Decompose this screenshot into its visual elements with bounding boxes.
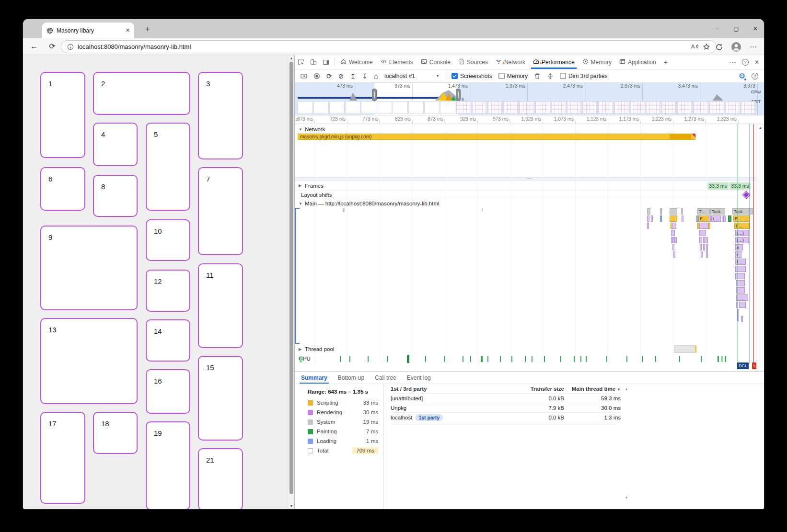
flame-bar[interactable] (700, 244, 702, 250)
masonry-card[interactable]: 7 (198, 167, 243, 255)
flame-bar[interactable] (670, 215, 677, 222)
address-bar[interactable]: localhost:8080/masonry/masonry-lib.html … (61, 40, 717, 53)
flame-bar-Task[interactable]: Task (710, 208, 725, 215)
masonry-card[interactable]: 8 (93, 175, 138, 217)
home-icon[interactable]: ⌂ (374, 73, 378, 79)
tab-close-icon[interactable]: ✕ (126, 27, 130, 34)
browser-menu-icon[interactable]: ⋯ (749, 43, 757, 51)
flame-bar-e[interactable]: e (735, 244, 743, 250)
masonry-card[interactable]: 12 (146, 270, 190, 312)
tab-event-log[interactable]: Event log (402, 372, 436, 384)
flame-bar[interactable] (703, 244, 705, 250)
scrollbar-thumb[interactable] (289, 62, 293, 494)
filmstrip-frame[interactable] (472, 101, 487, 114)
filmstrip-frame[interactable] (393, 101, 408, 114)
dim-3rd-parties-checkbox[interactable]: Dim 3rd parties (560, 73, 607, 79)
profile-select[interactable]: localhost #1 (384, 73, 430, 79)
page-scrollbar[interactable]: ▲ ▼ (288, 55, 294, 509)
party-table-row[interactable]: Unpkg7.9 kB30.0 ms (391, 403, 621, 413)
table-scroll-up-icon[interactable]: ▲ (625, 387, 628, 391)
devtools-menu-icon[interactable]: ⋯ (729, 58, 736, 67)
masonry-card[interactable]: 21 (198, 448, 243, 509)
window-close-button[interactable]: ✕ (752, 25, 759, 32)
filmstrip-frame[interactable] (630, 101, 645, 114)
masonry-card[interactable]: 14 (146, 319, 190, 362)
dock-side-icon[interactable] (320, 55, 332, 69)
scroll-up-icon[interactable]: ▲ (288, 57, 295, 60)
load-profile-icon[interactable]: ↥ (350, 73, 356, 79)
back-button[interactable]: ← (30, 42, 38, 51)
masonry-card[interactable]: 11 (198, 263, 243, 348)
masonry-card[interactable]: 10 (146, 219, 190, 261)
network-track-header[interactable]: ▼ Network (295, 125, 756, 134)
flame-bar-F[interactable]: F… (734, 223, 750, 229)
devtools-more-tools-button[interactable]: + (660, 55, 672, 69)
tab-summary[interactable]: Summary (296, 372, 333, 384)
flame-bar[interactable] (708, 223, 710, 229)
flame-bar[interactable] (672, 223, 676, 229)
tab-console[interactable]: Console (417, 55, 454, 69)
tab-application[interactable]: Application (615, 55, 660, 69)
masonry-card[interactable]: 19 (146, 421, 190, 509)
filmstrip-frame[interactable] (567, 101, 582, 114)
record-icon[interactable] (313, 73, 320, 79)
inspect-element-icon[interactable] (295, 55, 307, 69)
flame-bar[interactable] (735, 273, 745, 279)
window-minimize-button[interactable]: – (713, 25, 721, 32)
flame-bar[interactable] (703, 237, 705, 243)
flame-bar[interactable] (706, 244, 708, 258)
tab-network[interactable]: ▲Network (492, 55, 529, 69)
trash-icon[interactable] (534, 73, 541, 79)
device-emulation-icon[interactable] (307, 55, 320, 69)
main-disclosure-icon[interactable]: ▼ (299, 202, 302, 206)
filmstrip-frame[interactable] (408, 101, 424, 114)
flame-bar[interactable] (699, 230, 706, 236)
tab-sources[interactable]: Sources (454, 55, 492, 69)
timeline-overview[interactable]: 473 ms973 ms1,473 ms1,973 ms2,473 ms2,97… (295, 83, 764, 115)
party-table-row[interactable]: localhost1st party0.0 kB1.3 ms (391, 413, 621, 422)
flame-scroll-up-icon[interactable]: ▲ (757, 126, 764, 129)
filmstrip-frame[interactable] (456, 101, 471, 114)
filmstrip-frame[interactable] (503, 101, 519, 114)
flame-bar[interactable] (671, 230, 675, 236)
masonry-card[interactable]: 17 (40, 412, 85, 504)
party-table-row[interactable]: [unattributed]0.0 kB59.3 ms (391, 394, 621, 403)
record-reload-icon[interactable]: ⟳ (326, 73, 332, 79)
flame-bar[interactable] (647, 223, 649, 229)
tab-elements[interactable]: Elements (377, 55, 417, 69)
flame-scrollbar[interactable]: ▲ (756, 124, 764, 371)
url-text[interactable]: localhost:8080/masonry/masonry-lib.html (78, 43, 687, 50)
profile-dropdown-icon[interactable]: ▾ (437, 74, 439, 78)
flame-bar[interactable] (682, 215, 683, 222)
party-table-header[interactable]: 1st / 3rd party Transfer size Main threa… (391, 384, 621, 394)
network-request-bar[interactable]: masonry.pkgd.min.js (unpkg.com) (298, 134, 695, 140)
flame-bar[interactable] (647, 208, 650, 215)
masonry-card[interactable]: 5 (146, 123, 190, 211)
masonry-card[interactable]: 13 (40, 318, 138, 404)
flame-bar[interactable] (660, 208, 662, 215)
flame-bar[interactable] (706, 237, 708, 243)
tab-call-tree[interactable]: Call tree (370, 372, 402, 384)
filmstrip-frame[interactable] (329, 101, 345, 114)
tab-performance[interactable]: ▲Performance (529, 55, 579, 69)
toolbar-help-icon[interactable]: ? (752, 73, 758, 79)
filmstrip-frame[interactable] (725, 101, 740, 114)
filmstrip-frame[interactable] (313, 101, 329, 114)
profile-avatar[interactable] (731, 42, 741, 52)
flame-bar-E[interactable]: E… (733, 215, 750, 222)
flame-bar-L[interactable]: L… (711, 215, 721, 222)
flame-bar[interactable] (675, 237, 677, 243)
filmstrip-frame[interactable] (677, 101, 693, 114)
masonry-card[interactable]: 16 (146, 369, 190, 414)
new-tab-button[interactable]: + (142, 24, 153, 34)
filmstrip-frame[interactable] (598, 101, 613, 114)
tab-memory[interactable]: Memory (579, 55, 615, 69)
masonry-card[interactable]: 9 (40, 226, 138, 310)
flame-bar[interactable] (741, 316, 743, 322)
masonry-card[interactable]: 15 (198, 356, 243, 441)
main-flame-chart[interactable]: T…E…TaskL…TaskE…F…(…)(…)erf… (295, 208, 757, 344)
masonry-card[interactable]: 18 (93, 412, 138, 454)
flame-bar[interactable] (735, 266, 746, 272)
frames-disclosure-icon[interactable]: ▶ (299, 183, 302, 188)
flame-bar-f[interactable]: f… (735, 259, 746, 265)
